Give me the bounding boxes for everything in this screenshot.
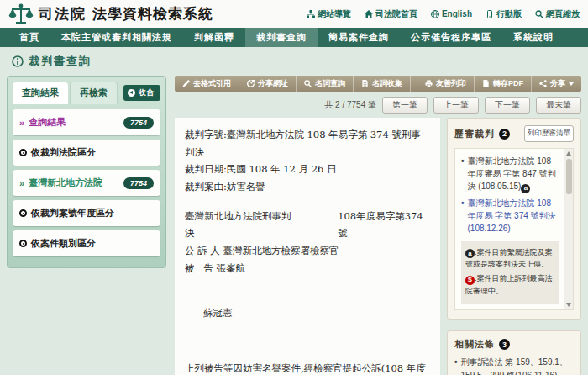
search-icon bbox=[304, 80, 312, 87]
judicial-yuan-logo-icon bbox=[8, 3, 34, 25]
printer-icon bbox=[425, 80, 433, 87]
mobile-link-label: 行動版 bbox=[496, 8, 522, 20]
scrollbar-thumb[interactable] bbox=[566, 159, 572, 194]
english-link-label: English bbox=[442, 9, 472, 18]
page-title: 裁判書查詢 bbox=[29, 54, 92, 69]
collapse-arrow-icon bbox=[128, 89, 135, 97]
share-link-icon bbox=[247, 80, 255, 87]
tab-research[interactable]: 再檢索 bbox=[70, 82, 118, 104]
share-button[interactable]: 分享 bbox=[531, 76, 581, 92]
pagination-row: 共 2 / 7754 筆 第一筆 上一筆 下一筆 最末筆 bbox=[175, 97, 581, 114]
share-icon bbox=[539, 80, 547, 87]
legend-text: :案件目前繫屬法院及案號或是該案判決未上傳。 bbox=[465, 248, 553, 269]
nav-item-regulations[interactable]: 本院主管或審判相關法規 bbox=[50, 28, 183, 47]
app-header: 司法院 法學資料檢索系統 網站導覽 司法院首頁 English 行動版 網頁縮放 bbox=[0, 0, 588, 28]
nav-item-interpretations[interactable]: 判解函釋 bbox=[183, 28, 245, 47]
tab-query-results[interactable]: 查詢結果 bbox=[13, 82, 68, 104]
print-friendly-button[interactable]: 友善列印 bbox=[417, 76, 474, 92]
share-url-button[interactable]: 分享網址 bbox=[239, 76, 297, 92]
prev-record-button[interactable]: 上一筆 bbox=[433, 97, 479, 114]
collapse-button[interactable]: 收合 bbox=[123, 85, 160, 101]
bullet-circle-icon bbox=[19, 149, 27, 156]
document-toolbar: 去格式引用 分享網址 名詞查詢 名詞收集 友善列印 bbox=[175, 76, 581, 92]
sidebar-group-by-case-type[interactable]: 依案件類別區分 bbox=[13, 230, 160, 256]
english-link[interactable]: English bbox=[431, 9, 472, 18]
trial-history-panel: 歷審裁判 2 列印歷審清單 • 臺灣新北地方法院 108 年度審易 字第 847… bbox=[447, 118, 581, 320]
history-item[interactable]: • 臺灣新北地方法院 108 年度審易 字第 847 號判決 (108.05.1… bbox=[461, 155, 559, 193]
nav-item-public-notice[interactable]: 公示催告程序專區 bbox=[400, 28, 502, 47]
nav-item-judgment-query[interactable]: 裁判書查詢 bbox=[245, 28, 318, 47]
toolbar-button-label: 友善列印 bbox=[436, 78, 466, 89]
header-links: 網站導覽 司法院首頁 English 行動版 網頁縮放 bbox=[307, 8, 580, 20]
toolbar-button-label: 名詞查詢 bbox=[315, 78, 345, 89]
term-search-button[interactable]: 名詞查詢 bbox=[297, 76, 354, 92]
main-nav: 首頁 本院主管或審判相關法規 判解函釋 裁判書查詢 簡易案件查詢 公示催告程序專… bbox=[0, 28, 588, 47]
court-judgment-title: 臺灣新北地方法院刑事判決 bbox=[185, 208, 297, 242]
chevron-right-icon: » bbox=[19, 118, 24, 128]
sidebar-group-label: 依裁判案號年度區分 bbox=[31, 207, 114, 219]
history-scrollbar[interactable] bbox=[564, 149, 573, 309]
org-title: 司法院 bbox=[39, 4, 87, 24]
home-link[interactable]: 司法院首頁 bbox=[365, 8, 417, 20]
sitemap-link-label: 網站導覽 bbox=[318, 8, 351, 20]
history-legend: a:案件目前繫屬法院及案號或是該案判決未上傳。 S:案件目前上訴到最高法院審理中… bbox=[461, 241, 559, 304]
nav-item-system-help[interactable]: 系統說明 bbox=[502, 28, 564, 47]
page-title-row: 裁判書查詢 bbox=[0, 47, 588, 73]
sidebar-group-by-court[interactable]: 依裁判法院區分 bbox=[13, 140, 160, 166]
sidebar-group-by-year[interactable]: 依裁判案號年度區分 bbox=[13, 200, 160, 226]
bullet-circle-icon bbox=[19, 209, 27, 217]
defendant-line: 被 告 張峯航 bbox=[185, 260, 430, 277]
legend-a-badge: a bbox=[465, 249, 475, 258]
sidebar-group-label: 依案件類別區分 bbox=[31, 237, 96, 250]
bullet-icon: • bbox=[461, 155, 465, 193]
home-link-label: 司法院首頁 bbox=[375, 8, 417, 20]
nav-item-home[interactable]: 首頁 bbox=[8, 28, 50, 47]
legend-text: :案件目前上訴到最高法院審理中。 bbox=[465, 274, 553, 295]
history-count-badge: 2 bbox=[499, 129, 510, 140]
sidebar-group-label: 依裁判法院區分 bbox=[31, 146, 96, 159]
history-panel-title: 歷審裁判 bbox=[454, 128, 495, 140]
related-laws-panel: 相關法條 3 • 刑事訴訟法 第 159、159.1、159.5、299 條(1… bbox=[447, 330, 581, 375]
status-a-badge: a bbox=[521, 184, 530, 193]
laws-panel-title: 相關法條 bbox=[454, 338, 495, 351]
case-number: 108年度易字第374號 bbox=[338, 208, 430, 242]
result-count-text: 共 2 / 7754 筆 bbox=[324, 99, 376, 111]
history-item-text: 臺灣新北地方法院 108 年度易 字第 374 號判決 (108.12.26) bbox=[468, 197, 559, 235]
bullet-circle-icon bbox=[19, 240, 27, 247]
toolbar-button-label: 轉存PDF bbox=[493, 78, 523, 89]
nav-item-simple-case[interactable]: 簡易案件查詢 bbox=[318, 28, 400, 47]
scroll-up-icon[interactable] bbox=[566, 151, 571, 156]
mobile-link[interactable]: 行動版 bbox=[486, 8, 522, 20]
chevron-down-icon bbox=[569, 82, 574, 86]
print-history-button[interactable]: 列印歷審清單 bbox=[524, 125, 574, 142]
term-collect-button[interactable]: 名詞收集 bbox=[354, 76, 411, 92]
sidebar-item-query-results[interactable]: » 查詢結果 7754 bbox=[13, 109, 160, 135]
remove-format-cite-button[interactable]: 去格式引用 bbox=[175, 76, 239, 92]
toolbar-button-label: 分享網址 bbox=[258, 78, 288, 89]
export-pdf-button[interactable]: 轉存PDF bbox=[474, 76, 531, 92]
main-area: 去格式引用 分享網址 名詞查詢 名詞收集 友善列印 bbox=[175, 76, 581, 375]
scroll-down-icon[interactable] bbox=[566, 303, 571, 307]
history-item-text: 臺灣新北地方法院 108 年度審易 字第 847 號判決 (108.05.15)… bbox=[468, 155, 559, 193]
document-icon bbox=[361, 80, 369, 87]
law-item[interactable]: • 刑事訴訟法 第 159、159.1、159.5、299 條(106.11.1… bbox=[454, 356, 574, 375]
history-item-current[interactable]: • 臺灣新北地方法院 108 年度易 字第 374 號判決 (108.12.26… bbox=[461, 197, 559, 235]
sidebar-tabs: 查詢結果 再檢索 收合 bbox=[13, 82, 160, 104]
prosecutor-line: 公 訴 人 臺灣新北地方檢察署檢察官 bbox=[185, 242, 430, 260]
toolbar-right-group: 友善列印 轉存PDF 分享 bbox=[417, 76, 581, 92]
laws-count-badge: 3 bbox=[499, 339, 510, 350]
pdf-icon bbox=[482, 80, 490, 87]
sitemap-link[interactable]: 網站導覽 bbox=[307, 8, 351, 20]
defendant-line-2: 蘇冠憲 bbox=[185, 304, 430, 322]
sidebar-item-label: 臺灣新北地方法院 bbox=[29, 177, 102, 189]
chevron-right-icon: » bbox=[19, 178, 24, 188]
bullet-icon: • bbox=[454, 356, 458, 375]
last-record-button[interactable]: 最末筆 bbox=[536, 97, 581, 114]
collapse-button-label: 收合 bbox=[139, 87, 154, 98]
first-record-button[interactable]: 第一筆 bbox=[382, 97, 428, 114]
next-record-button[interactable]: 下一筆 bbox=[485, 97, 530, 114]
home-icon bbox=[365, 10, 373, 18]
page-zoom-link[interactable]: 網頁縮放 bbox=[535, 8, 580, 20]
sidebar-item-new-taipei-court[interactable]: » 臺灣新北地方法院 7754 bbox=[13, 170, 160, 196]
judgment-intro: 上列被告等因妨害名譽案件,經檢察官提起公訴(108 年度偵字第2393號),本院… bbox=[185, 360, 430, 375]
